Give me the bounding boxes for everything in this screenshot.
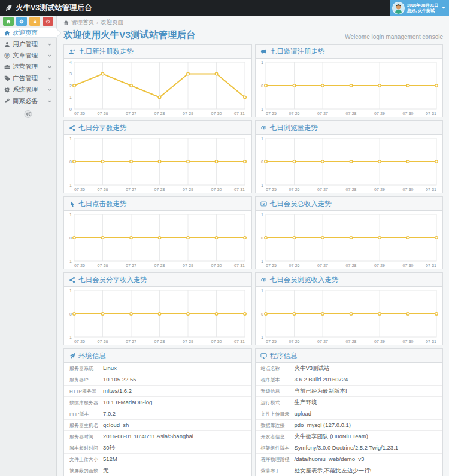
collapse-sidebar-button[interactable]: [25, 110, 32, 118]
svg-text:07-31: 07-31: [234, 187, 245, 192]
info-value: mltws/1.6.2: [103, 387, 246, 395]
svg-text:07-28: 07-28: [345, 187, 356, 192]
sidebar-item-1[interactable]: 用户管理: [0, 38, 56, 50]
svg-text:07-31: 07-31: [234, 263, 245, 268]
svg-text:07-30: 07-30: [402, 263, 413, 268]
info-label: 开发者信息: [261, 433, 295, 441]
sidebar-item-6[interactable]: 商家必备: [0, 95, 56, 107]
svg-text:07-29: 07-29: [183, 339, 193, 344]
line-chart: -10107-2507-2607-2707-2807-2907-3007-31: [64, 135, 250, 193]
chart-body: 0123407-2507-2607-2707-2807-2907-3007-31: [64, 59, 251, 117]
info-label: 服务器系统: [69, 365, 103, 372]
sidebar-item-label: 广告管理: [13, 74, 47, 83]
info-label: 升级信息: [261, 388, 295, 395]
environment-info-panel: 环境信息服务器系统Linux服务器IP10.105.22.55HTTP服务器ml…: [63, 348, 252, 476]
svg-text:1: 1: [69, 289, 72, 293]
user-plus-icon: [69, 48, 75, 55]
info-row: 服务器时间2016-08-01 18:46:11 Asia/Shanghai: [64, 430, 251, 442]
svg-text:¥: ¥: [262, 202, 265, 205]
svg-text:1: 1: [261, 213, 263, 217]
svg-text:0: 0: [261, 236, 263, 240]
sidebar-item-label: 用户管理: [13, 40, 47, 48]
sidebar-item-welcome[interactable]: 欢迎页面: [0, 28, 56, 38]
info-value: 10.1.8-MariaDB-log: [103, 399, 246, 406]
avatar: [392, 2, 405, 14]
app-title: 火牛V3测试站管理后台: [16, 3, 92, 13]
svg-text:W: W: [5, 53, 9, 57]
power-button[interactable]: [43, 17, 53, 26]
svg-text:0: 0: [261, 84, 263, 88]
svg-text:-1: -1: [68, 335, 72, 339]
breadcrumb-root[interactable]: 管理首页: [71, 19, 94, 26]
eye-icon: [260, 125, 267, 131]
svg-text:0: 0: [69, 312, 72, 316]
svg-text:07-26: 07-26: [289, 111, 299, 116]
sidebar-item-2[interactable]: W文章管理: [0, 50, 56, 61]
chart-body: -10107-2507-2607-2707-2807-2907-3007-31: [64, 287, 251, 345]
svg-text:4: 4: [69, 60, 72, 65]
panel-header: 七日邀请注册走势: [256, 45, 443, 59]
panel-title: 七日会员浏览收入走势: [270, 275, 339, 284]
panel-header: 七日会员浏览收入走势: [256, 273, 443, 287]
sidebar-item-5[interactable]: 系统管理: [0, 84, 56, 95]
svg-text:0: 0: [261, 312, 263, 316]
info-row: 站点名称火牛V3测试站: [256, 363, 443, 374]
svg-text:07-30: 07-30: [211, 187, 222, 192]
chevron-down-icon: [47, 53, 52, 58]
info-body: 服务器系统Linux服务器IP10.105.22.55HTTP服务器mltws/…: [64, 363, 251, 476]
svg-text:07-28: 07-28: [345, 263, 356, 268]
info-label: 程序物理路径: [261, 456, 295, 463]
chart-panel-1: 七日新注册数走势0123407-2507-2607-2707-2807-2907…: [63, 44, 252, 117]
chevron-down-icon: [47, 87, 52, 92]
settings-button[interactable]: [16, 17, 27, 26]
power-icon: [45, 19, 50, 24]
info-value: 火牛V3测试站: [295, 365, 438, 372]
chart-body: -10107-2507-2607-2707-2807-2907-3007-31: [256, 59, 443, 117]
svg-text:07-25: 07-25: [74, 263, 85, 268]
info-value: 无: [103, 467, 246, 474]
svg-text:07-31: 07-31: [426, 187, 436, 192]
panel-header: 七日分享数走势: [64, 121, 251, 135]
lock-button[interactable]: [29, 17, 40, 26]
sidebar-item-label: 商家必备: [13, 97, 47, 105]
line-chart: -10107-2507-2607-2707-2807-2907-3007-31: [256, 135, 441, 193]
info-value: /data/huoniu_web/demo_v3: [295, 456, 438, 463]
share-icon: [69, 125, 75, 131]
svg-text:07-26: 07-26: [289, 187, 299, 192]
panel-header: 程序信息: [256, 349, 443, 363]
info-value: 512M: [103, 456, 246, 463]
svg-text:07-27: 07-27: [126, 187, 136, 192]
svg-text:07-26: 07-26: [289, 263, 299, 268]
sidebar-item-3[interactable]: 运营管理: [0, 61, 56, 72]
svg-text:0: 0: [69, 236, 72, 240]
gear-icon: [19, 19, 24, 24]
user-menu[interactable]: 2016年08月01日 您好, 火牛测试: [390, 0, 449, 16]
info-value: qcloud_sh: [103, 422, 246, 429]
home-button[interactable]: [3, 17, 14, 26]
sidebar-item-4[interactable]: 广告管理: [0, 72, 56, 84]
svg-text:3: 3: [69, 72, 72, 76]
svg-text:07-31: 07-31: [426, 263, 436, 268]
chart-body: -10107-2507-2607-2707-2807-2907-3007-31: [256, 287, 443, 345]
panel-header: 环境信息: [64, 349, 251, 363]
page-subtitle: Welcome login management console: [345, 34, 443, 40]
info-label: 文件上传目录: [261, 411, 295, 418]
info-value: 处女座表示,不能比左边少一行!: [295, 467, 438, 474]
svg-text:07-27: 07-27: [317, 111, 328, 116]
info-row: HTTP服务器mltws/1.6.2: [64, 385, 251, 396]
info-row: 文件上传大小512M: [64, 453, 251, 465]
svg-text:07-26: 07-26: [98, 187, 108, 192]
svg-text:1: 1: [261, 289, 263, 293]
money-icon: ¥: [260, 201, 267, 207]
svg-text:07-25: 07-25: [74, 339, 85, 344]
chevron-down-icon: [47, 76, 52, 81]
svg-text:07-28: 07-28: [154, 263, 165, 268]
info-label: 文件上传大小: [69, 456, 103, 463]
info-value: 2016-08-01 18:46:11 Asia/Shanghai: [103, 433, 246, 440]
svg-text:1: 1: [261, 60, 263, 65]
svg-text:07-28: 07-28: [345, 339, 356, 344]
sidebar-item-label: 运营管理: [13, 63, 47, 71]
info-row: 框架组件版本Symfony/3.0.0 Doctrine/2.5.2 Twig/…: [256, 442, 443, 453]
svg-text:07-29: 07-29: [374, 339, 385, 344]
eye-icon: [260, 277, 267, 283]
